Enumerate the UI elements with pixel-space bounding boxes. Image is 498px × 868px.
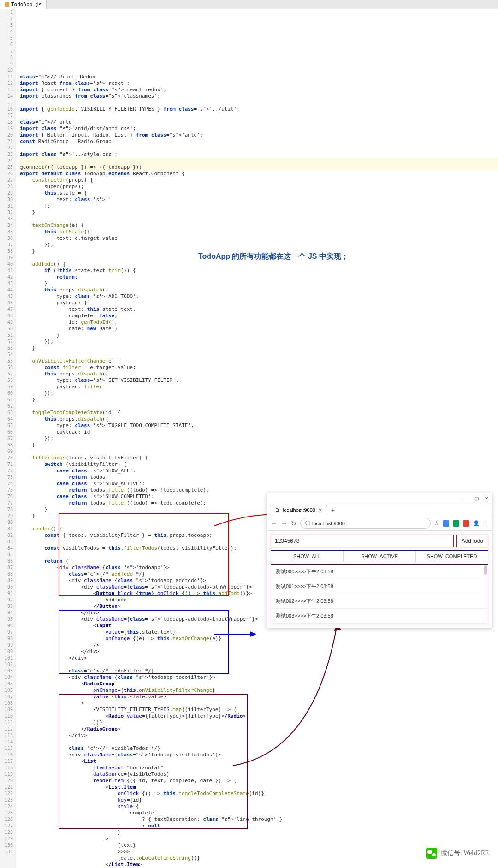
browser-content: AddTodo SHOW_ALL SHOW_ACTIVE SHOW_COMPLE… (267, 531, 492, 628)
address-bar[interactable]: ⓘ localhost:9000 (300, 518, 431, 529)
page-icon: 🗋 (275, 507, 280, 513)
browser-tabs: 🗋 localhost:9000 ✕ + (267, 504, 492, 516)
todo-item[interactable]: 测试002>>>>下午2:03:58 (271, 594, 488, 609)
forward-icon[interactable]: → (281, 520, 287, 527)
todo-list: 测试000>>>>下午2:03:58 测试001>>>>下午2:03:58 测试… (271, 564, 488, 624)
add-todo-button[interactable]: AddTodo (456, 535, 488, 547)
todo-item[interactable]: 测试000>>>>下午2:03:58 (271, 565, 488, 579)
wechat-icon (426, 848, 437, 859)
todo-input[interactable] (271, 535, 454, 547)
star-icon[interactable]: ☆ (434, 520, 439, 526)
close-icon[interactable]: ✕ (484, 496, 489, 501)
browser-toolbar: ← → ↻ ⓘ localhost:9000 ☆ 👤 ⋮ (267, 516, 492, 531)
ext-icon-3[interactable] (463, 520, 469, 527)
ext-icon-1[interactable] (443, 520, 449, 527)
js-file-icon (5, 2, 9, 7)
url-text: localhost:9000 (312, 521, 345, 526)
back-icon[interactable]: ← (271, 520, 277, 527)
addtodo-row: AddTodo (271, 535, 488, 547)
ext-icon-2[interactable] (453, 520, 459, 527)
browser-tab[interactable]: 🗋 localhost:9000 ✕ (270, 505, 327, 515)
todo-item[interactable]: 测试001>>>>下午2:03:58 (271, 579, 488, 594)
line-gutter: 1234567891011121314151617181920212223242… (0, 9, 16, 868)
info-icon: ⓘ (305, 520, 310, 527)
minimize-icon[interactable]: — (463, 496, 469, 501)
filter-row: SHOW_ALL SHOW_ACTIVE SHOW_COMPLETED (271, 550, 488, 562)
todo-item[interactable]: 测试003>>>>下午2:03:58 (271, 609, 488, 624)
annotation-text: TodoApp 的所有功能都在这一个 JS 中实现； (198, 252, 349, 262)
file-tab[interactable]: TodoApp.js (0, 0, 47, 9)
reload-icon[interactable]: ↻ (291, 520, 296, 527)
new-tab-button[interactable]: + (331, 506, 335, 514)
code-area[interactable]: class="c">// React、Reduximport React fro… (16, 9, 498, 868)
code-editor: 1234567891011121314151617181920212223242… (0, 9, 498, 868)
filter-show-all[interactable]: SHOW_ALL (271, 551, 344, 562)
editor-tab-bar: TodoApp.js (0, 0, 498, 9)
browser-window: — ▢ ✕ 🗋 localhost:9000 ✕ + ← → ↻ ⓘ local… (267, 493, 492, 628)
browser-titlebar: — ▢ ✕ (267, 493, 492, 504)
profile-icon[interactable]: 👤 (473, 520, 480, 526)
wechat-footer: 微信号: WebJ2EE (426, 848, 489, 859)
wechat-label: 微信号: WebJ2EE (441, 849, 489, 857)
tab-filename: TodoApp.js (11, 1, 42, 7)
scrollbar-thumb[interactable] (484, 565, 487, 575)
filter-show-active[interactable]: SHOW_ACTIVE (344, 551, 416, 562)
maximize-icon[interactable]: ▢ (474, 496, 479, 501)
menu-icon[interactable]: ⋮ (483, 520, 488, 526)
filter-show-completed[interactable]: SHOW_COMPLETED (416, 551, 488, 562)
tab-close-icon[interactable]: ✕ (318, 507, 322, 513)
browser-tab-title: localhost:9000 (283, 507, 315, 513)
